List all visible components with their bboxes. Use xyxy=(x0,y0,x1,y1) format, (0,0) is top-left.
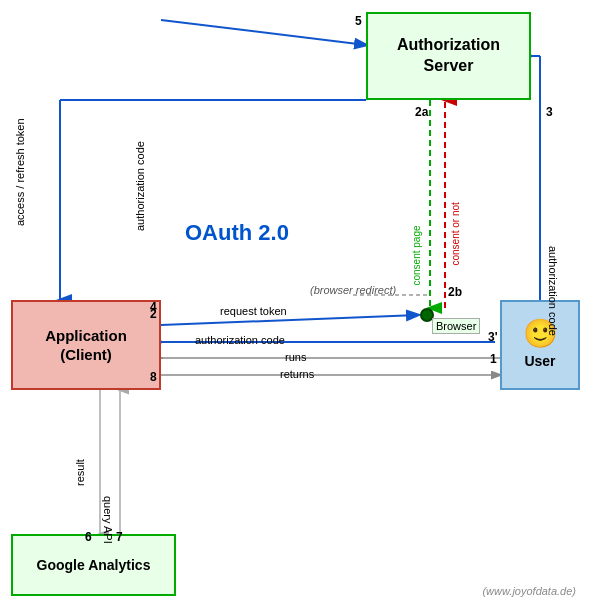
google-analytics-box: Google Analytics xyxy=(11,534,176,596)
step-5: 5 xyxy=(355,14,362,28)
browser-label: Browser xyxy=(432,318,480,334)
label-access-refresh: access / refresh token xyxy=(14,118,26,226)
step-3: 3 xyxy=(546,105,553,119)
label-returns: returns xyxy=(280,368,314,380)
oauth-title: OAuth 2.0 xyxy=(185,220,289,246)
label-result: result xyxy=(74,459,86,486)
label-auth-code-right: authorization code xyxy=(547,246,559,336)
google-analytics-label: Google Analytics xyxy=(37,556,151,574)
label-browser-redirect: (browser redirect) xyxy=(310,284,396,296)
step-3p: 3' xyxy=(488,330,498,344)
step-7: 7 xyxy=(116,530,123,544)
auth-server-box: Authorization Server xyxy=(366,12,531,100)
user-label: User xyxy=(524,352,555,370)
application-label: Application (Client) xyxy=(45,326,127,365)
footer: (www.joyofdata.de) xyxy=(482,585,576,597)
step-8: 8 xyxy=(150,370,157,384)
user-box: 🙂 User xyxy=(500,300,580,390)
label-query-api: query API xyxy=(102,496,114,544)
diagram: Authorization Server Application (Client… xyxy=(0,0,591,607)
label-consent-page: consent page xyxy=(411,225,422,285)
label-runs: runs xyxy=(285,351,306,363)
label-consent-or-not: consent or not xyxy=(450,202,461,265)
step-1: 1 xyxy=(490,352,497,366)
step-2: 2 xyxy=(150,307,157,321)
step-2a: 2a xyxy=(415,105,428,119)
auth-server-label: Authorization Server xyxy=(397,35,500,77)
label-auth-code-left: authorization code xyxy=(134,141,146,231)
svg-line-0 xyxy=(161,20,366,45)
label-auth-code-back: authorization code xyxy=(195,334,285,346)
label-request-token: request token xyxy=(220,305,287,317)
svg-line-3 xyxy=(161,315,418,325)
application-box: Application (Client) xyxy=(11,300,161,390)
step-2b: 2b xyxy=(448,285,462,299)
step-6: 6 xyxy=(85,530,92,544)
